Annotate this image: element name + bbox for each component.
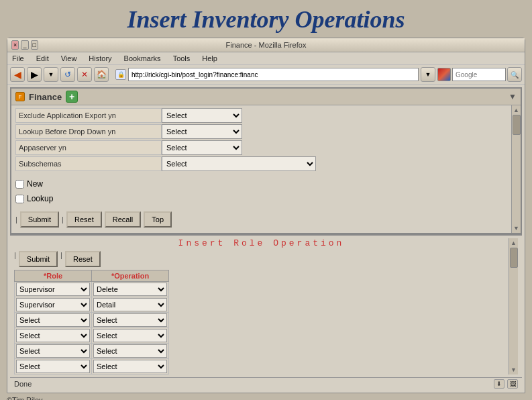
role-select-2[interactable]: Select Supervisor (16, 313, 90, 327)
menu-edit[interactable]: Edit (34, 54, 51, 63)
form-label-3: Subschemas (15, 156, 162, 171)
address-bar[interactable]: http://rick/cgi-bin/post_login?finance:f… (128, 68, 419, 81)
finance-expand-button[interactable]: ▼ (509, 92, 517, 101)
role-scrollbar-thumb[interactable] (510, 248, 518, 268)
role-operation-section: Insert Role Operation | Submit | Reset *… (10, 234, 522, 377)
operation-column-header: *Operation (92, 270, 169, 282)
form-label-2: Appaserver yn (15, 140, 162, 155)
status-icon-2: 🖼 (507, 379, 518, 389)
role-cell: Select Supervisor (15, 359, 92, 374)
role-column-header: *Role (15, 270, 92, 282)
lookup-checkbox[interactable] (15, 195, 24, 203)
menu-history[interactable]: History (87, 54, 113, 63)
copyright: ©Tim Riley (0, 393, 532, 400)
menu-view[interactable]: View (59, 54, 79, 63)
stop-button[interactable]: ✕ (77, 67, 92, 82)
menu-bookmarks[interactable]: Bookmarks (122, 54, 163, 63)
security-icon: 🔒 (115, 69, 126, 80)
role-operation-table: *Role *Operation Supervisor Select (14, 270, 169, 374)
operation-select-5[interactable]: Select Delete Detail (93, 360, 167, 373)
menu-file[interactable]: File (10, 54, 26, 63)
form-select-2[interactable]: Select Yes No (162, 140, 242, 155)
operation-select-1[interactable]: Detail Select Delete (93, 298, 167, 311)
status-icon-1: ⬇ (494, 379, 504, 389)
table-row: Select Supervisor Select Delete Detail (15, 313, 169, 328)
status-icons: ⬇ 🖼 (494, 379, 518, 389)
maximize-button[interactable]: □ (31, 40, 38, 50)
finance-add-button[interactable]: + (66, 91, 78, 103)
operation-select-2[interactable]: Select Delete Detail (93, 313, 167, 327)
finance-icon: F (15, 92, 25, 101)
dropdown-button[interactable]: ▼ (44, 67, 58, 82)
table-row: Select Supervisor Select Delete Detail (15, 328, 169, 344)
finance-scrollbar[interactable]: ▲ ▼ (511, 105, 521, 233)
browser-toolbar: ◀ ▶ ▼ ↺ ✕ 🏠 🔒 http://rick/cgi-bin/post_l… (7, 65, 525, 85)
operation-cell: Select Delete Detail (92, 344, 169, 359)
search-button[interactable]: 🔍 (507, 67, 522, 82)
operation-cell: Delete Select Detail (92, 282, 169, 297)
finance-header-title: Finance (29, 92, 62, 102)
forward-button[interactable]: ▶ (27, 67, 42, 82)
operation-cell: Detail Select Delete (92, 297, 169, 313)
scrollbar-thumb[interactable] (513, 115, 521, 135)
form-row-0: Exclude Application Export yn Select Yes… (15, 108, 507, 123)
table-row: Select Supervisor Select Delete Detail (15, 359, 169, 374)
role-op-buttons: | Submit | Reset (14, 251, 509, 267)
role-reset-button[interactable]: Reset (65, 251, 101, 267)
role-select-3[interactable]: Select Supervisor (16, 329, 90, 342)
form-select-1[interactable]: Select Yes No (162, 124, 242, 139)
form-select-3[interactable]: Select (162, 156, 316, 171)
role-select-0[interactable]: Supervisor Select (16, 283, 90, 296)
form-buttons-area: | Submit | Reset Recall Top (11, 207, 511, 233)
role-scrollbar[interactable]: ▲ ▼ (509, 238, 518, 374)
form-buttons: | Submit | Reset Recall Top (15, 209, 507, 230)
search-input[interactable] (452, 68, 506, 81)
form-select-0[interactable]: Select Yes No (162, 108, 242, 123)
browser-menubar: File Edit View History Bookmarks Tools H… (7, 52, 525, 65)
close-button[interactable]: × (11, 40, 19, 50)
operation-select-4[interactable]: Select Delete Detail (93, 344, 167, 358)
role-select-5[interactable]: Select Supervisor (16, 360, 90, 373)
role-cell: Select Supervisor (15, 328, 92, 344)
role-cell: Supervisor Select (15, 282, 92, 297)
browser-window: × _ □ Finance - Mozilla Firefox File Edi… (7, 38, 525, 393)
operation-cell: Select Delete Detail (92, 328, 169, 344)
minimize-button[interactable]: _ (21, 40, 28, 50)
page-title: Insert Inventory Operations (0, 0, 532, 38)
search-engine-icon (437, 68, 451, 81)
back-button[interactable]: ◀ (10, 67, 25, 82)
browser-content: F Finance + ▼ Exclude Application Export… (7, 85, 525, 393)
form-area: Exclude Application Export yn Select Yes… (11, 105, 511, 175)
new-label: New (27, 179, 43, 189)
address-go-button[interactable]: ▼ (421, 67, 435, 82)
lookup-checkbox-row: Lookup (15, 191, 507, 206)
table-header-row: *Role *Operation (15, 270, 169, 282)
top-button[interactable]: Top (144, 211, 172, 228)
role-select-1[interactable]: Supervisor Select (16, 298, 90, 311)
browser-title-text: Finance - Mozilla Firefox (38, 41, 494, 49)
role-submit-button[interactable]: Submit (19, 251, 58, 267)
finance-body: Exclude Application Export yn Select Yes… (11, 105, 521, 233)
operation-select-0[interactable]: Delete Select Detail (93, 283, 167, 296)
role-cell: Select Supervisor (15, 313, 92, 328)
role-select-4[interactable]: Select Supervisor (16, 344, 90, 358)
new-checkbox[interactable] (15, 180, 24, 189)
menu-tools[interactable]: Tools (171, 54, 193, 63)
role-op-main: Insert Role Operation | Submit | Reset *… (14, 238, 509, 374)
operation-select-3[interactable]: Select Delete Detail (93, 329, 167, 342)
table-row: Supervisor Select Delete Select Detail (15, 282, 169, 297)
role-cell: Select Supervisor (15, 344, 92, 359)
table-row: Select Supervisor Select Delete Detail (15, 344, 169, 359)
reset-button[interactable]: Reset (66, 211, 102, 228)
browser-titlebar: × _ □ Finance - Mozilla Firefox (7, 38, 525, 52)
role-cell: Supervisor Select (15, 297, 92, 313)
refresh-button[interactable]: ↺ (60, 67, 75, 82)
menu-help[interactable]: Help (200, 54, 219, 63)
table-row: Supervisor Select Detail Select Delete (15, 297, 169, 313)
recall-button[interactable]: Recall (105, 211, 142, 228)
form-row-2: Appaserver yn Select Yes No (15, 140, 507, 155)
role-op-body: Insert Role Operation | Submit | Reset *… (14, 238, 518, 374)
role-op-title: Insert Role Operation (14, 238, 509, 248)
home-button[interactable]: 🏠 (94, 67, 109, 82)
submit-button[interactable]: Submit (20, 211, 59, 228)
